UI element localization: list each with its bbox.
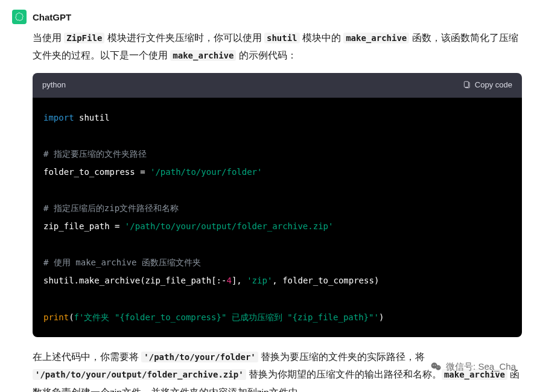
copy-code-label: Copy code bbox=[475, 78, 512, 93]
code-token: '/path/to/your/output/folder_archive.zip… bbox=[125, 221, 334, 231]
svg-point-6 bbox=[437, 367, 437, 367]
svg-point-3 bbox=[436, 365, 440, 370]
message-header: ChatGPT bbox=[12, 10, 522, 24]
code-token: f'文件夹 "{folder_to_compress}" 已成功压缩到 "{zi… bbox=[74, 312, 379, 322]
inline-code: make_archive bbox=[343, 33, 409, 43]
text: 当使用 bbox=[33, 33, 64, 43]
code-token: '/path/to/your/folder' bbox=[150, 167, 262, 177]
code-token: ], bbox=[232, 276, 247, 285]
inline-code: ZipFile bbox=[64, 33, 104, 43]
code-token: , folder_to_compress) bbox=[272, 276, 379, 285]
watermark: 微信号: Sea_Cha bbox=[430, 361, 516, 373]
code-token: print bbox=[43, 312, 69, 322]
svg-point-5 bbox=[435, 365, 436, 366]
code-token: 'zip' bbox=[247, 276, 272, 285]
chatgpt-logo-icon bbox=[14, 12, 24, 22]
code-token: zip_file_path = bbox=[43, 221, 125, 231]
sender-name: ChatGPT bbox=[33, 12, 71, 22]
code-token: # 指定压缩后的zip文件路径和名称 bbox=[43, 203, 179, 213]
intro-paragraph: 当使用 ZipFile 模块进行文件夹压缩时，你可以使用 shutil 模块中的… bbox=[33, 29, 522, 65]
code-token: shutil.make_archive(zip_file_path[:- bbox=[43, 276, 226, 285]
avatar bbox=[12, 10, 27, 24]
text: 的示例代码： bbox=[236, 50, 296, 60]
code-token: 4 bbox=[226, 276, 231, 285]
message-content: 当使用 ZipFile 模块进行文件夹压缩时，你可以使用 shutil 模块中的… bbox=[33, 29, 522, 392]
wechat-icon bbox=[430, 361, 442, 373]
inline-code: make_archive bbox=[170, 50, 236, 61]
watermark-text: 微信号: Sea_Cha bbox=[446, 361, 516, 373]
code-token: import bbox=[43, 113, 74, 122]
text: 模块进行文件夹压缩时，你可以使用 bbox=[104, 33, 264, 43]
svg-point-7 bbox=[439, 367, 439, 367]
text: 替换为要压缩的文件夹的实际路径，将 bbox=[258, 352, 425, 362]
svg-point-4 bbox=[433, 365, 434, 366]
code-header: python Copy code bbox=[33, 73, 522, 98]
code-language-label: python bbox=[42, 78, 66, 93]
code-token: ) bbox=[379, 312, 384, 322]
text: 模块中的 bbox=[300, 33, 344, 43]
inline-code: shutil bbox=[264, 33, 300, 43]
code-block: python Copy code import shutil # 指定要压缩的文… bbox=[33, 73, 522, 337]
clipboard-icon bbox=[463, 81, 471, 89]
copy-code-button[interactable]: Copy code bbox=[463, 78, 512, 93]
text: 在上述代码中，你需要将 bbox=[33, 352, 141, 362]
svg-rect-1 bbox=[464, 81, 468, 87]
inline-code: '/path/to/your/output/folder_archive.zip… bbox=[33, 369, 246, 380]
code-token: # 指定要压缩的文件夹路径 bbox=[43, 149, 147, 159]
code-token: folder_to_compress = bbox=[43, 167, 150, 177]
text: 替换为你期望的压缩文件的输出路径和名称。 bbox=[246, 369, 442, 379]
code-token: # 使用 make_archive 函数压缩文件夹 bbox=[43, 258, 201, 267]
code-body[interactable]: import shutil # 指定要压缩的文件夹路径 folder_to_co… bbox=[33, 98, 522, 337]
code-token: shutil bbox=[74, 113, 110, 122]
inline-code: '/path/to/your/folder' bbox=[141, 352, 258, 362]
code-token: ( bbox=[69, 312, 74, 322]
